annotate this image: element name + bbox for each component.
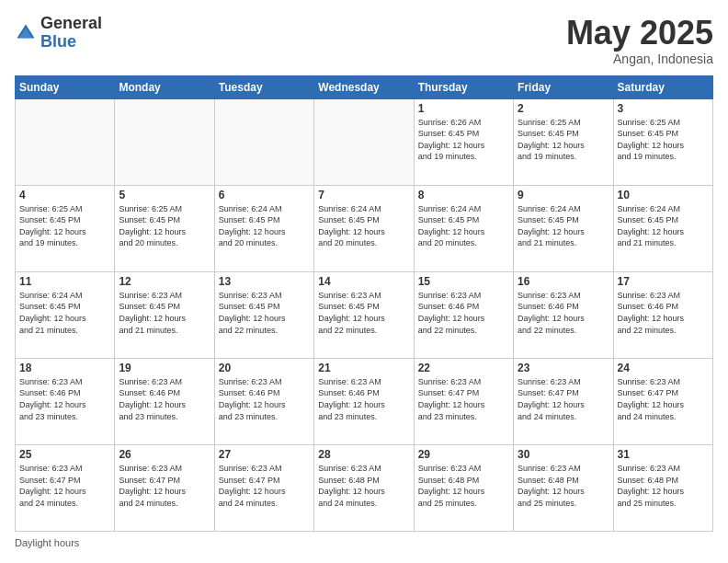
day-number: 4	[19, 189, 110, 201]
day-number: 15	[418, 275, 509, 288]
day-number: 30	[518, 448, 609, 461]
calendar-cell: 30Sunrise: 6:23 AM Sunset: 6:48 PM Dayli…	[514, 444, 613, 531]
day-header-wednesday: Wednesday	[314, 75, 414, 98]
day-info: Sunrise: 6:23 AM Sunset: 6:46 PM Dayligh…	[119, 376, 210, 422]
day-info: Sunrise: 6:23 AM Sunset: 6:47 PM Dayligh…	[19, 463, 110, 509]
day-number: 29	[418, 448, 509, 461]
day-info: Sunrise: 6:23 AM Sunset: 6:46 PM Dayligh…	[318, 376, 409, 422]
day-number: 5	[119, 189, 210, 201]
calendar-cell	[16, 98, 115, 185]
day-number: 7	[318, 189, 409, 201]
day-info: Sunrise: 6:23 AM Sunset: 6:45 PM Dayligh…	[318, 290, 409, 336]
day-number: 28	[318, 448, 409, 461]
calendar-week-4: 18Sunrise: 6:23 AM Sunset: 6:46 PM Dayli…	[16, 358, 713, 444]
day-number: 31	[618, 448, 709, 461]
calendar-cell: 25Sunrise: 6:23 AM Sunset: 6:47 PM Dayli…	[16, 444, 115, 531]
day-number: 9	[518, 189, 609, 201]
calendar-cell: 16Sunrise: 6:23 AM Sunset: 6:46 PM Dayli…	[514, 271, 613, 358]
calendar-cell: 11Sunrise: 6:24 AM Sunset: 6:45 PM Dayli…	[16, 271, 115, 358]
day-info: Sunrise: 6:23 AM Sunset: 6:46 PM Dayligh…	[518, 290, 609, 336]
calendar-cell	[115, 98, 214, 185]
month-title: May 2025	[566, 15, 713, 52]
day-number: 19	[119, 362, 210, 374]
calendar-cell: 13Sunrise: 6:23 AM Sunset: 6:45 PM Dayli…	[214, 271, 313, 358]
day-number: 22	[418, 362, 509, 374]
day-number: 25	[19, 448, 110, 461]
calendar-cell: 26Sunrise: 6:23 AM Sunset: 6:47 PM Dayli…	[115, 444, 214, 531]
day-header-tuesday: Tuesday	[214, 75, 313, 98]
calendar-cell	[214, 98, 313, 185]
calendar-cell: 15Sunrise: 6:23 AM Sunset: 6:46 PM Dayli…	[414, 271, 513, 358]
day-info: Sunrise: 6:23 AM Sunset: 6:48 PM Dayligh…	[318, 463, 409, 509]
calendar-cell: 2Sunrise: 6:25 AM Sunset: 6:45 PM Daylig…	[514, 98, 613, 185]
calendar-cell: 29Sunrise: 6:23 AM Sunset: 6:48 PM Dayli…	[414, 444, 513, 531]
day-info: Sunrise: 6:25 AM Sunset: 6:45 PM Dayligh…	[119, 203, 210, 249]
calendar-cell: 1Sunrise: 6:26 AM Sunset: 6:45 PM Daylig…	[414, 98, 513, 185]
day-header-sunday: Sunday	[16, 75, 115, 98]
day-info: Sunrise: 6:25 AM Sunset: 6:45 PM Dayligh…	[518, 117, 609, 163]
calendar-cell: 8Sunrise: 6:24 AM Sunset: 6:45 PM Daylig…	[414, 185, 513, 271]
calendar-cell: 27Sunrise: 6:23 AM Sunset: 6:47 PM Dayli…	[214, 444, 313, 531]
calendar-cell: 12Sunrise: 6:23 AM Sunset: 6:45 PM Dayli…	[115, 271, 214, 358]
calendar-header-row: SundayMondayTuesdayWednesdayThursdayFrid…	[16, 75, 713, 98]
calendar-week-2: 4Sunrise: 6:25 AM Sunset: 6:45 PM Daylig…	[16, 185, 713, 271]
day-number: 16	[518, 275, 609, 288]
day-info: Sunrise: 6:23 AM Sunset: 6:48 PM Dayligh…	[518, 463, 609, 509]
day-info: Sunrise: 6:23 AM Sunset: 6:47 PM Dayligh…	[418, 376, 509, 422]
day-info: Sunrise: 6:24 AM Sunset: 6:45 PM Dayligh…	[19, 290, 110, 336]
day-number: 6	[219, 189, 310, 201]
title-block: May 2025 Angan, Indonesia	[566, 15, 713, 66]
day-header-saturday: Saturday	[613, 75, 712, 98]
day-number: 23	[518, 362, 609, 374]
calendar-cell: 10Sunrise: 6:24 AM Sunset: 6:45 PM Dayli…	[613, 185, 712, 271]
day-info: Sunrise: 6:23 AM Sunset: 6:45 PM Dayligh…	[119, 290, 210, 336]
day-info: Sunrise: 6:24 AM Sunset: 6:45 PM Dayligh…	[318, 203, 409, 249]
calendar-cell: 28Sunrise: 6:23 AM Sunset: 6:48 PM Dayli…	[314, 444, 414, 531]
day-info: Sunrise: 6:24 AM Sunset: 6:45 PM Dayligh…	[518, 203, 609, 249]
day-info: Sunrise: 6:23 AM Sunset: 6:46 PM Dayligh…	[618, 290, 709, 336]
day-info: Sunrise: 6:23 AM Sunset: 6:46 PM Dayligh…	[418, 290, 509, 336]
day-number: 12	[119, 275, 210, 288]
day-info: Sunrise: 6:24 AM Sunset: 6:45 PM Dayligh…	[418, 203, 509, 249]
calendar-cell: 18Sunrise: 6:23 AM Sunset: 6:46 PM Dayli…	[16, 358, 115, 444]
day-info: Sunrise: 6:23 AM Sunset: 6:46 PM Dayligh…	[219, 376, 310, 422]
day-number: 14	[318, 275, 409, 288]
day-number: 17	[618, 275, 709, 288]
day-number: 24	[618, 362, 709, 374]
day-number: 13	[219, 275, 310, 288]
day-info: Sunrise: 6:23 AM Sunset: 6:45 PM Dayligh…	[219, 290, 310, 336]
calendar-cell: 3Sunrise: 6:25 AM Sunset: 6:45 PM Daylig…	[613, 98, 712, 185]
day-number: 26	[119, 448, 210, 461]
calendar-cell: 19Sunrise: 6:23 AM Sunset: 6:46 PM Dayli…	[115, 358, 214, 444]
day-number: 11	[19, 275, 110, 288]
day-number: 8	[418, 189, 509, 201]
day-number: 1	[418, 102, 509, 115]
day-info: Sunrise: 6:23 AM Sunset: 6:47 PM Dayligh…	[119, 463, 210, 509]
day-number: 10	[618, 189, 709, 201]
logo: General Blue	[15, 15, 102, 52]
calendar-cell: 23Sunrise: 6:23 AM Sunset: 6:47 PM Dayli…	[514, 358, 613, 444]
calendar-cell: 5Sunrise: 6:25 AM Sunset: 6:45 PM Daylig…	[115, 185, 214, 271]
calendar-cell: 7Sunrise: 6:24 AM Sunset: 6:45 PM Daylig…	[314, 185, 414, 271]
day-header-friday: Friday	[514, 75, 613, 98]
calendar-cell: 31Sunrise: 6:23 AM Sunset: 6:48 PM Dayli…	[613, 444, 712, 531]
daylight-label: Daylight hours	[15, 537, 79, 548]
calendar-week-1: 1Sunrise: 6:26 AM Sunset: 6:45 PM Daylig…	[16, 98, 713, 185]
calendar-week-5: 25Sunrise: 6:23 AM Sunset: 6:47 PM Dayli…	[16, 444, 713, 531]
calendar-cell: 24Sunrise: 6:23 AM Sunset: 6:47 PM Dayli…	[613, 358, 712, 444]
logo-icon	[15, 22, 37, 44]
calendar-cell: 20Sunrise: 6:23 AM Sunset: 6:46 PM Dayli…	[214, 358, 313, 444]
day-number: 18	[19, 362, 110, 374]
calendar-table: SundayMondayTuesdayWednesdayThursdayFrid…	[15, 75, 713, 532]
footer: Daylight hours	[15, 537, 713, 548]
day-number: 3	[618, 102, 709, 115]
day-number: 20	[219, 362, 310, 374]
page: General Blue May 2025 Angan, Indonesia S…	[0, 0, 728, 563]
day-info: Sunrise: 6:23 AM Sunset: 6:47 PM Dayligh…	[219, 463, 310, 509]
day-info: Sunrise: 6:25 AM Sunset: 6:45 PM Dayligh…	[618, 117, 709, 163]
calendar-cell	[314, 98, 414, 185]
day-info: Sunrise: 6:26 AM Sunset: 6:45 PM Dayligh…	[418, 117, 509, 163]
day-info: Sunrise: 6:23 AM Sunset: 6:48 PM Dayligh…	[418, 463, 509, 509]
day-number: 2	[518, 102, 609, 115]
day-header-thursday: Thursday	[414, 75, 513, 98]
